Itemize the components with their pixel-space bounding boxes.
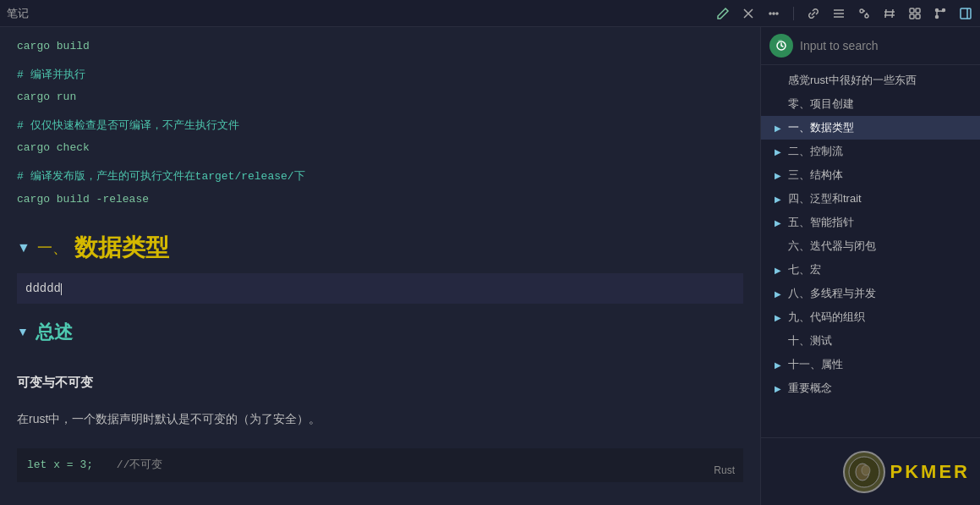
toc-arrow-icon: ▶: [775, 360, 783, 370]
app-title: 笔记: [7, 6, 29, 21]
toc-label: 六、迭代器与闭包: [788, 239, 970, 254]
toc-item[interactable]: ▶三、结构体: [761, 163, 980, 187]
toc-label: 七、宏: [788, 262, 970, 277]
refresh-icon: [775, 39, 788, 52]
toc-label: 四、泛型和trait: [788, 191, 970, 206]
toc-label: 一、数据类型: [788, 120, 970, 135]
logo-text: PKMER: [890, 461, 970, 483]
code-cargo-release: cargo build -release: [17, 190, 743, 209]
code-cargo-run: cargo run: [17, 88, 743, 107]
svg-point-2: [776, 13, 778, 14]
close-icon[interactable]: [741, 6, 756, 21]
toc-label: 五、智能指针: [788, 215, 970, 230]
section1-num: 一、: [37, 236, 68, 261]
spacer: [17, 354, 743, 362]
grid-icon[interactable]: [907, 6, 923, 21]
toolbar-icons: [715, 6, 973, 21]
svg-rect-6: [916, 8, 920, 13]
svg-point-1: [773, 13, 775, 14]
sidebar-icon[interactable]: [958, 6, 973, 21]
main-area: cargo build # 编译并执行 cargo run # 仅仅快速检查是否…: [0, 27, 980, 505]
bold-label: 可变与不可变: [17, 372, 743, 392]
toc-arrow-icon: ▶: [775, 266, 783, 275]
app-title-text: 笔记: [7, 6, 29, 21]
toc-label: 九、代码的组织: [788, 310, 970, 325]
search-area: [761, 27, 980, 65]
toc-item[interactable]: ▶七、宏: [761, 258, 980, 282]
search-input[interactable]: [800, 39, 972, 52]
code-comment-1: //不可变: [117, 458, 163, 471]
svg-point-15: [862, 465, 870, 475]
separator: [793, 7, 794, 20]
hash-icon[interactable]: [882, 6, 897, 21]
sidebar: 感觉rust中很好的一些东西零、项目创建▶一、数据类型▶二、控制流▶三、结构体▶…: [760, 27, 980, 505]
toc-item[interactable]: ▶一、数据类型: [761, 116, 980, 140]
toc-item[interactable]: 零、项目创建: [761, 92, 980, 116]
toc-label: 二、控制流: [788, 144, 970, 159]
toc-label: 十、测试: [788, 333, 970, 349]
code-comment-release: # 编译发布版，产生的可执行文件在target/release/下: [17, 167, 743, 186]
toc-list: 感觉rust中很好的一些东西零、项目创建▶一、数据类型▶二、控制流▶三、结构体▶…: [761, 65, 980, 437]
section1-heading: ▼ 一、 数据类型: [17, 229, 743, 267]
toc-item[interactable]: ▶重要概念: [761, 376, 980, 400]
section2-title: 总述: [36, 317, 73, 347]
code-area: let x = 3; //不可变 Rust: [17, 448, 743, 481]
toc-arrow-icon: ▶: [775, 147, 783, 156]
toc-label: 十一、属性: [788, 357, 970, 372]
code-comment-check: # 仅仅快速检查是否可编译，不产生执行文件: [17, 117, 743, 135]
toc-item[interactable]: ▶五、智能指针: [761, 211, 980, 234]
section1-arrow[interactable]: ▼: [17, 237, 30, 259]
toc-arrow-icon: ▶: [775, 384, 783, 393]
text-cursor: [61, 283, 62, 295]
toc-item[interactable]: 感觉rust中很好的一些东西: [761, 69, 980, 92]
input-wrapper[interactable]: ddddd: [17, 273, 743, 303]
input-value: ddddd: [25, 282, 61, 295]
toc-arrow-icon: ▶: [775, 171, 783, 180]
logo-circle: [843, 451, 885, 493]
toc-arrow-icon: ▶: [775, 124, 783, 133]
toc-item[interactable]: ▶九、代码的组织: [761, 305, 980, 329]
toc-item[interactable]: ▶十一、属性: [761, 353, 980, 376]
spacer3: [17, 433, 743, 443]
toc-arrow-icon: ▶: [775, 313, 783, 322]
toc-item[interactable]: 六、迭代器与闭包: [761, 234, 980, 258]
svg-point-0: [769, 13, 771, 14]
logo-svg: [847, 455, 881, 489]
toc-arrow-icon: ▶: [775, 289, 783, 299]
code-cargo-build: cargo build: [17, 37, 743, 56]
toc-arrow-icon: ▶: [775, 195, 783, 204]
toc-label: 三、结构体: [788, 167, 970, 183]
section2-arrow[interactable]: ▼: [17, 322, 29, 341]
tool-icon[interactable]: [857, 6, 872, 21]
toc-label: 感觉rust中很好的一些东西: [788, 73, 970, 88]
toc-label: 八、多线程与并发: [788, 286, 970, 301]
svg-rect-12: [961, 8, 971, 19]
toc-item[interactable]: ▶二、控制流: [761, 140, 980, 163]
rust-badge: Rust: [714, 463, 735, 479]
menu-icon[interactable]: [766, 6, 781, 21]
toc-label: 零、项目创建: [788, 96, 970, 112]
svg-point-3: [860, 9, 863, 13]
bottom-logo: PKMER: [761, 437, 980, 505]
svg-rect-7: [910, 14, 914, 19]
toc-item[interactable]: 十、测试: [761, 329, 980, 353]
paragraph: 在rust中，一个数据声明时默认是不可变的（为了安全）。: [17, 409, 743, 428]
spacer2: [17, 398, 743, 404]
svg-rect-8: [916, 14, 920, 19]
pencil-icon[interactable]: [715, 6, 731, 21]
top-bar: 笔记: [0, 0, 980, 27]
branch-icon[interactable]: [933, 6, 948, 21]
svg-point-10: [936, 15, 939, 18]
code-comment-run: # 编译并执行: [17, 66, 743, 85]
search-icon-wrapper: [769, 34, 793, 58]
svg-point-4: [865, 14, 868, 18]
link-icon[interactable]: [806, 6, 821, 21]
svg-rect-5: [910, 8, 914, 13]
list-icon[interactable]: [831, 6, 846, 21]
toc-item[interactable]: ▶四、泛型和trait: [761, 187, 980, 211]
editor-panel[interactable]: cargo build # 编译并执行 cargo run # 仅仅快速检查是否…: [0, 27, 760, 505]
toc-label: 重要概念: [788, 381, 970, 396]
code-cargo-check: cargo check: [17, 139, 743, 157]
toc-item[interactable]: ▶八、多线程与并发: [761, 282, 980, 305]
section2-heading: ▼ 总述: [17, 317, 743, 347]
